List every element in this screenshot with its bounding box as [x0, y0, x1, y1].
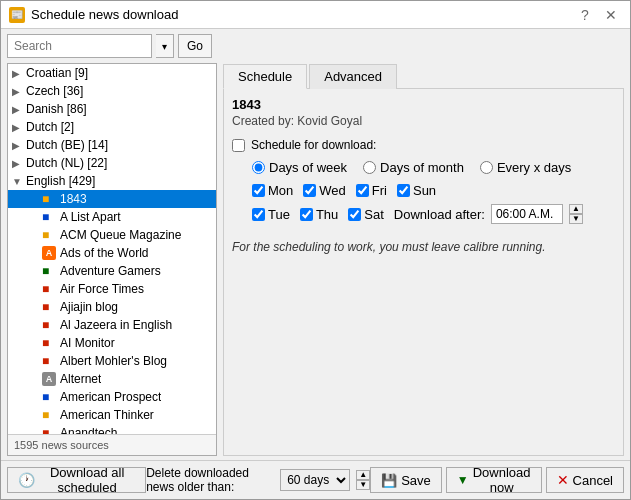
- tree-item[interactable]: ▶Danish [86]: [8, 100, 216, 118]
- radio-days-month-input[interactable]: [363, 161, 376, 174]
- download-now-icon: ▼: [457, 473, 469, 487]
- news-icon: ■: [42, 336, 56, 350]
- delete-days-down-button[interactable]: ▼: [356, 480, 370, 490]
- checkbox-sun[interactable]: [397, 184, 410, 197]
- window-title: Schedule news download: [31, 7, 178, 22]
- tree-item[interactable]: ■Anandtech: [8, 424, 216, 434]
- tree-item[interactable]: ■1843: [8, 190, 216, 208]
- bottom-middle: Delete downloaded news older than: 60 da…: [146, 466, 370, 494]
- tree-item[interactable]: ■AI Monitor: [8, 334, 216, 352]
- checkbox-mon[interactable]: [252, 184, 265, 197]
- news-icon: A: [42, 372, 56, 386]
- info-text: For the scheduling to work, you must lea…: [232, 240, 615, 254]
- tree-expand-icon: ▶: [12, 158, 26, 169]
- checkbox-wed[interactable]: [303, 184, 316, 197]
- tree-folder-label: Croatian [9]: [26, 66, 88, 80]
- news-icon: ■: [42, 264, 56, 278]
- day-sat: Sat: [348, 207, 384, 222]
- tree-news-label: AI Monitor: [60, 336, 115, 350]
- schedule-checkbox[interactable]: [232, 139, 245, 152]
- cancel-button[interactable]: ✕ Cancel: [546, 467, 624, 493]
- tab-advanced[interactable]: Advanced: [309, 64, 397, 89]
- time-up-button[interactable]: ▲: [569, 204, 583, 214]
- tree-item[interactable]: ■American Thinker: [8, 406, 216, 424]
- news-icon: ■: [42, 318, 56, 332]
- tree-folder-label: Dutch [2]: [26, 120, 74, 134]
- tree-item[interactable]: ■Al Jazeera in English: [8, 316, 216, 334]
- delete-days-select[interactable]: 60 days 30 days 90 days 120 days: [280, 469, 350, 491]
- download-after-row: Download after: ▲ ▼: [394, 204, 583, 224]
- tree-item[interactable]: ▼English [429]: [8, 172, 216, 190]
- radio-every-x-days: Every x days: [480, 160, 571, 175]
- tree-item[interactable]: ■ACM Queue Magazine: [8, 226, 216, 244]
- time-input[interactable]: [491, 204, 563, 224]
- tree-item[interactable]: ▶Czech [36]: [8, 82, 216, 100]
- time-spinner: ▲ ▼: [569, 204, 583, 224]
- tree-news-label: ACM Queue Magazine: [60, 228, 181, 242]
- radio-days-week-input[interactable]: [252, 161, 265, 174]
- tree-item[interactable]: ▶Dutch [2]: [8, 118, 216, 136]
- tree-folder-label: Czech [36]: [26, 84, 83, 98]
- tree-folder-label: Danish [86]: [26, 102, 87, 116]
- radio-every-x-days-input[interactable]: [480, 161, 493, 174]
- radio-days-month: Days of month: [363, 160, 464, 175]
- main-content: ▶Croatian [9]▶Czech [36]▶Danish [86]▶Dut…: [1, 63, 630, 460]
- download-all-button[interactable]: 🕐 Download all scheduled: [7, 467, 146, 493]
- tree-news-label: Albert Mohler's Blog: [60, 354, 167, 368]
- day-mon: Mon: [252, 183, 293, 198]
- tree-item[interactable]: ▶Croatian [9]: [8, 64, 216, 82]
- news-tree[interactable]: ▶Croatian [9]▶Czech [36]▶Danish [86]▶Dut…: [8, 64, 216, 434]
- help-button[interactable]: ?: [574, 4, 596, 26]
- close-button[interactable]: ✕: [600, 4, 622, 26]
- day-sun: Sun: [397, 183, 436, 198]
- checkbox-tue[interactable]: [252, 208, 265, 221]
- checkbox-sat[interactable]: [348, 208, 361, 221]
- time-down-button[interactable]: ▼: [569, 214, 583, 224]
- tree-expand-icon: ▼: [12, 176, 26, 187]
- day-wed: Wed: [303, 183, 346, 198]
- news-icon: ■: [42, 228, 56, 242]
- day-tue: Tue: [252, 207, 290, 222]
- tree-news-label: Ajiajin blog: [60, 300, 118, 314]
- save-button[interactable]: 💾 Save: [370, 467, 442, 493]
- tree-item[interactable]: ■Ajiajin blog: [8, 298, 216, 316]
- tree-item[interactable]: ■Albert Mohler's Blog: [8, 352, 216, 370]
- save-icon: 💾: [381, 473, 397, 488]
- tree-item[interactable]: ■A List Apart: [8, 208, 216, 226]
- tree-item[interactable]: ▶Dutch (BE) [14]: [8, 136, 216, 154]
- tree-item[interactable]: ■Air Force Times: [8, 280, 216, 298]
- tree-item[interactable]: ■Adventure Gamers: [8, 262, 216, 280]
- radio-days-week: Days of week: [252, 160, 347, 175]
- go-button[interactable]: Go: [178, 34, 212, 58]
- tab-schedule[interactable]: Schedule: [223, 64, 307, 89]
- title-bar-controls: ? ✕: [574, 4, 622, 26]
- tree-expand-icon: ▶: [12, 104, 26, 115]
- tree-news-label: 1843: [60, 192, 87, 206]
- tree-item[interactable]: ▶Dutch (NL) [22]: [8, 154, 216, 172]
- tree-news-label: A List Apart: [60, 210, 121, 224]
- tree-item[interactable]: AAlternet: [8, 370, 216, 388]
- day-thu: Thu: [300, 207, 338, 222]
- download-now-button[interactable]: ▼ Download now: [446, 467, 542, 493]
- news-icon: ■: [42, 426, 56, 434]
- tree-news-label: Anandtech: [60, 426, 117, 434]
- news-icon: ■: [42, 408, 56, 422]
- delete-days-up-button[interactable]: ▲: [356, 470, 370, 480]
- news-icon: ■: [42, 282, 56, 296]
- tabs-bar: Schedule Advanced: [223, 63, 624, 89]
- tree-news-label: Air Force Times: [60, 282, 144, 296]
- toolbar: ▾ Go: [1, 29, 630, 63]
- right-panel: Schedule Advanced 1843 Created by: Kovid…: [223, 63, 624, 456]
- tree-item[interactable]: ■American Prospect: [8, 388, 216, 406]
- download-after-label: Download after:: [394, 207, 485, 222]
- search-input[interactable]: [7, 34, 152, 58]
- left-panel: ▶Croatian [9]▶Czech [36]▶Danish [86]▶Dut…: [7, 63, 217, 456]
- search-dropdown-button[interactable]: ▾: [156, 34, 174, 58]
- tree-item[interactable]: AAds of the World: [8, 244, 216, 262]
- checkbox-fri[interactable]: [356, 184, 369, 197]
- day-fri: Fri: [356, 183, 387, 198]
- checkbox-thu[interactable]: [300, 208, 313, 221]
- tree-folder-label: Dutch (BE) [14]: [26, 138, 108, 152]
- tree-folder-label: English [429]: [26, 174, 95, 188]
- news-title: 1843: [232, 97, 615, 112]
